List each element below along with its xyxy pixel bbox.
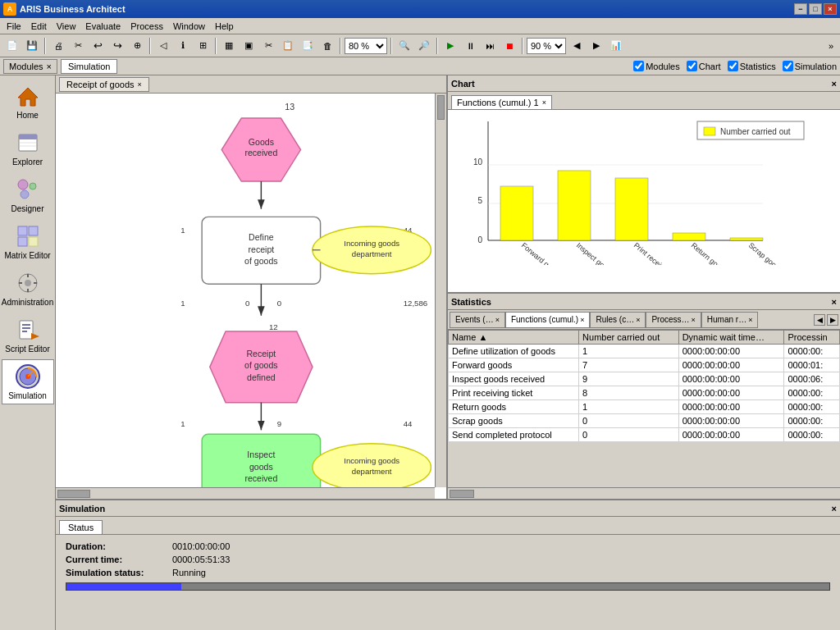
stats-nav-right[interactable]: ▶ xyxy=(827,314,838,326)
toolbar-undo[interactable]: ↩ xyxy=(89,37,107,55)
col-name[interactable]: Name ▲ xyxy=(449,331,579,345)
toolbar-btn-print[interactable]: 🖨 xyxy=(49,37,67,55)
col-count[interactable]: Number carried out xyxy=(579,331,679,345)
chart-tab-functions[interactable]: Functions (cumul.) 1 × xyxy=(451,95,552,109)
toolbar-speed-plus[interactable]: ▶ xyxy=(587,37,605,55)
chart-close-btn[interactable]: × xyxy=(832,79,837,89)
toolbar-btn-10[interactable]: ▣ xyxy=(240,37,258,55)
sidebar-item-script[interactable]: Script Editor xyxy=(2,313,54,358)
modules-close[interactable]: × xyxy=(47,62,52,71)
incoming-dept2-label2: department xyxy=(352,467,392,476)
stats-tab-functions-close[interactable]: × xyxy=(580,316,584,324)
cb-modules[interactable]: Modules xyxy=(633,61,680,71)
zoom-out-btn[interactable]: 🔎 xyxy=(415,37,433,55)
stats-tab-rules-close[interactable]: × xyxy=(636,316,640,324)
stats-tab-human-close[interactable]: × xyxy=(748,316,752,324)
sim-close-btn[interactable]: × xyxy=(832,504,837,514)
toolbar-btn-13[interactable]: 📑 xyxy=(299,37,317,55)
sidebar-item-simulation[interactable]: Simulation xyxy=(2,359,54,404)
menu-help[interactable]: Help xyxy=(210,21,239,32)
menu-window[interactable]: Window xyxy=(168,21,210,32)
stats-tab-rules[interactable]: Rules (c… × xyxy=(590,312,646,328)
designer-icon xyxy=(15,176,41,203)
cb-modules-input[interactable] xyxy=(633,61,644,71)
speed-select[interactable]: 90 % xyxy=(527,38,566,54)
toolbar-btn-7[interactable]: ℹ xyxy=(174,37,192,55)
cb-stats-input[interactable] xyxy=(728,61,738,71)
menu-view[interactable]: View xyxy=(52,21,81,32)
bar-4 xyxy=(673,233,705,240)
stats-tab-process-close[interactable]: × xyxy=(692,316,696,324)
sidebar-item-admin[interactable]: Administration xyxy=(2,266,54,311)
stats-hscroll-thumb[interactable] xyxy=(450,490,474,498)
table-cell-count: 8 xyxy=(579,386,679,400)
toolbar-btn-cut[interactable]: ✂ xyxy=(69,37,87,55)
next-btn[interactable]: ⏭ xyxy=(481,37,499,55)
table-row: Forward goods70000:00:00:000000:01: xyxy=(449,358,840,372)
minimize-btn[interactable]: − xyxy=(794,3,807,15)
hscroll-thumb[interactable] xyxy=(57,490,90,498)
menu-edit[interactable]: Edit xyxy=(26,21,52,32)
cb-chart[interactable]: Chart xyxy=(687,61,721,71)
chart-tabs: Functions (cumul.) 1 × xyxy=(448,92,840,110)
cb-chart-input[interactable] xyxy=(687,61,697,71)
menu-file[interactable]: File xyxy=(2,21,26,32)
col-proc[interactable]: Processin xyxy=(784,331,840,345)
stop-btn[interactable]: ⏹ xyxy=(500,37,518,55)
toolbar-hist[interactable]: 📊 xyxy=(607,37,625,55)
toolbar-btn-6[interactable]: ◁ xyxy=(154,37,172,55)
toolbar-btn-14[interactable]: 🗑 xyxy=(318,37,336,55)
toolbar-btn-12[interactable]: 📋 xyxy=(279,37,297,55)
toolbar-btn-11[interactable]: ✂ xyxy=(259,37,277,55)
toolbar-speed-minus[interactable]: ◀ xyxy=(568,37,586,55)
cb-simulation[interactable]: Simulation xyxy=(783,61,837,71)
cb-sim-input[interactable] xyxy=(783,61,793,71)
zoom-in-btn[interactable]: 🔍 xyxy=(395,37,413,55)
stats-hscroll[interactable] xyxy=(448,487,840,499)
modules-panel-tab[interactable]: Modules × xyxy=(3,59,57,74)
stats-tab-process[interactable]: Process… × xyxy=(646,312,701,328)
stats-tab-human[interactable]: Human r… × xyxy=(701,312,759,328)
stats-tab-events-close[interactable]: × xyxy=(495,316,500,324)
toolbar-redo[interactable]: ↪ xyxy=(108,37,126,55)
zoom-select[interactable]: 80 % 100 % xyxy=(345,38,387,54)
toolbar-btn-2[interactable]: 💾 xyxy=(23,37,41,55)
diagram-tab-close[interactable]: × xyxy=(138,80,142,89)
toolbar-btn-5[interactable]: ⊕ xyxy=(128,37,146,55)
stats-nav-left[interactable]: ◀ xyxy=(814,314,825,326)
toolbar-btn-9[interactable]: ▦ xyxy=(220,37,238,55)
cb-statistics[interactable]: Statistics xyxy=(728,61,776,71)
script-icon xyxy=(15,317,41,343)
svg-point-7 xyxy=(21,190,29,199)
menu-process[interactable]: Process xyxy=(126,21,168,32)
sim-status-tab[interactable]: Status xyxy=(59,520,103,534)
toolbar-btn-1[interactable]: 📄 xyxy=(3,37,21,55)
maximize-btn[interactable]: □ xyxy=(809,3,822,15)
menu-evaluate[interactable]: Evaluate xyxy=(80,21,126,32)
sidebar-item-designer[interactable]: Designer xyxy=(2,172,54,217)
sidebar-item-explorer[interactable]: Explorer xyxy=(2,126,54,171)
sidebar-item-matrix[interactable]: Matrix Editor xyxy=(2,219,54,264)
stats-close-btn[interactable]: × xyxy=(832,297,837,307)
toolbar-btn-8[interactable]: ⊞ xyxy=(194,37,212,55)
toolbar-more[interactable]: » xyxy=(825,41,837,51)
stats-tab-events[interactable]: Events (… × xyxy=(450,312,505,328)
diagram-tab[interactable]: Receipt of goods × xyxy=(59,77,149,92)
table-row: Define utilization of goods10000:00:00:0… xyxy=(449,345,840,358)
right-panels: Chart × Functions (cumul.) 1 × xyxy=(448,75,840,499)
sep-6 xyxy=(436,38,438,54)
chart-tab-close[interactable]: × xyxy=(542,98,546,107)
simulation-tab-main[interactable]: Simulation xyxy=(61,59,117,74)
close-btn[interactable]: × xyxy=(824,3,837,15)
sidebar-item-home[interactable]: Home xyxy=(2,79,54,124)
diagram-vscroll[interactable] xyxy=(435,94,446,487)
svg-rect-10 xyxy=(18,237,27,246)
vscroll-thumb[interactable] xyxy=(437,95,445,120)
stats-tab-functions[interactable]: Functions (cumul.) × xyxy=(505,312,591,328)
pause-btn[interactable]: ⏸ xyxy=(461,37,479,55)
col-wait[interactable]: Dynamic wait time… xyxy=(678,331,784,345)
diagram-hscroll[interactable] xyxy=(56,487,435,499)
svg-point-6 xyxy=(30,183,36,189)
stats-table-wrap[interactable]: Name ▲ Number carried out Dynamic wait t… xyxy=(448,330,840,487)
play-btn[interactable]: ▶ xyxy=(441,37,459,55)
